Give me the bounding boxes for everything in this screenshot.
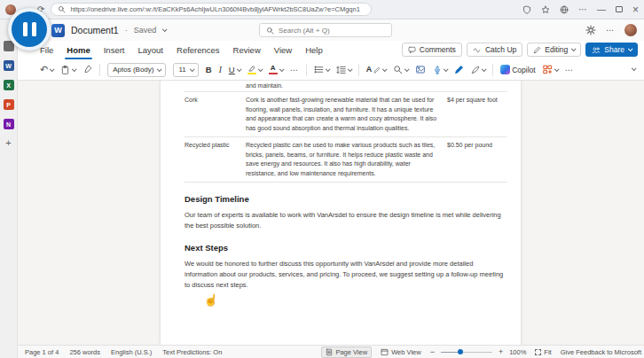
materials-table: Cork Cork is another fast-growing renewa… — [185, 91, 507, 183]
view-controls: Page View Web View − + 100% Fit Give Fee… — [321, 346, 641, 358]
tab-references[interactable]: References — [177, 45, 220, 55]
pause-icon — [23, 22, 27, 36]
material-description: Cork is another fast-growing renewable m… — [246, 96, 447, 133]
copilot-icon — [500, 65, 510, 74]
search-box[interactable]: Search (Alt + Q) — [259, 23, 392, 37]
word-web-app: W Document1 · Saved Search (Alt + Q) ⋯ F… — [18, 19, 644, 358]
style-pen-icon — [373, 66, 381, 74]
more-font-options-button[interactable]: ⋯ — [290, 66, 299, 74]
people-icon — [592, 46, 601, 54]
catch-up-button[interactable]: Catch Up — [467, 43, 522, 57]
document-canvas[interactable]: and maintain. Cork Cork is another fast-… — [18, 81, 644, 345]
section-paragraph: We would be honored to further discuss t… — [185, 259, 507, 291]
header-more-icon[interactable]: ⋯ — [606, 26, 615, 35]
styles-button[interactable]: A — [366, 66, 387, 74]
app-header: W Document1 · Saved Search (Alt + Q) ⋯ — [18, 19, 644, 41]
tab-review[interactable]: Review — [233, 45, 261, 55]
text-predictions-status[interactable]: Text Predictions: On — [162, 348, 222, 356]
paste-button[interactable] — [60, 65, 75, 75]
undo-icon: ↶ — [40, 65, 48, 74]
document-title[interactable]: Document1 — [71, 25, 119, 35]
page-count[interactable]: Page 1 of 4 — [25, 348, 59, 356]
pause-button[interactable] — [8, 8, 51, 51]
fit-icon — [535, 349, 541, 355]
pen-tools-button[interactable] — [471, 66, 485, 74]
highlight-button[interactable] — [247, 65, 262, 75]
word-count[interactable]: 256 words — [69, 348, 100, 356]
table-row[interactable]: Recycled plastic Recycled plastic can be… — [185, 137, 507, 183]
editor-pen-icon — [454, 65, 464, 74]
bullet-list-icon — [314, 65, 324, 74]
tab-file[interactable]: File — [40, 45, 53, 55]
zoom-out-button[interactable]: − — [430, 347, 435, 356]
word-app-icon[interactable]: W — [4, 60, 14, 71]
shield-icon[interactable] — [522, 5, 531, 14]
bold-button[interactable]: B — [206, 65, 212, 74]
font-name-select[interactable]: Aptos (Body) — [107, 63, 166, 77]
word-online-window: ← ⟳ https://onedrive.live.com/:w:/t/EaCK… — [0, 0, 644, 358]
window-close-button[interactable]: × — [632, 4, 639, 15]
status-bar: Page 1 of 4 256 words English (U.S.) Tex… — [18, 345, 644, 358]
editor-button[interactable] — [454, 65, 464, 74]
zoom-level[interactable]: 100% — [509, 348, 526, 356]
zoom-slider-knob[interactable] — [458, 349, 463, 354]
material-name: Cork — [185, 96, 246, 133]
underline-button[interactable]: U — [229, 65, 240, 74]
window-minimize-button[interactable]: — — [597, 5, 606, 14]
editing-mode-button[interactable]: Editing — [527, 43, 581, 57]
language-status[interactable]: English (U.S.) — [111, 348, 152, 356]
material-price: $0.50 per pound — [447, 141, 507, 178]
user-avatar[interactable] — [624, 24, 637, 36]
fit-button[interactable]: Fit — [532, 347, 554, 357]
web-view-button[interactable]: Web View — [378, 347, 424, 357]
section-heading: Design Timeline — [185, 194, 507, 204]
favorites-star-icon[interactable] — [541, 5, 550, 14]
more-commands-button[interactable]: ⋯ — [565, 66, 574, 74]
address-bar[interactable]: https://onedrive.live.com/:w:/t/EaCKkPs6… — [51, 3, 372, 16]
material-name: Recycled plastic — [185, 141, 246, 178]
designer-button[interactable] — [415, 65, 426, 74]
word-logo-icon[interactable]: W — [51, 24, 65, 37]
onenote-app-icon[interactable]: N — [4, 119, 14, 129]
zoom-in-button[interactable]: + — [499, 347, 503, 356]
excel-app-icon[interactable]: X — [4, 80, 14, 90]
bullets-button[interactable] — [314, 65, 329, 74]
material-price: $4 per square foot — [447, 96, 507, 133]
copilot-button[interactable]: Copilot — [500, 65, 535, 74]
add-ins-button[interactable] — [543, 65, 558, 74]
font-size-select[interactable]: 11 — [173, 63, 198, 77]
page-view-button[interactable]: Page View — [321, 346, 372, 358]
comments-button[interactable]: Comments — [402, 43, 462, 57]
window-maximize-button[interactable] — [616, 6, 623, 12]
header-right: ⋯ — [585, 19, 637, 41]
zoom-slider[interactable] — [441, 348, 492, 355]
table-row[interactable]: Cork Cork is another fast-growing renewa… — [185, 92, 507, 137]
catch-up-wave-icon — [473, 46, 482, 54]
add-app-icon[interactable]: + — [5, 138, 11, 148]
tab-layout[interactable]: Layout — [137, 45, 163, 55]
undo-button[interactable]: ↶ — [40, 65, 53, 74]
search-placeholder: Search (Alt + Q) — [279, 27, 330, 35]
tab-view[interactable]: View — [274, 45, 292, 55]
browser-more-icon[interactable]: ⋯ — [578, 5, 587, 14]
tab-insert[interactable]: Insert — [104, 45, 125, 55]
saved-status[interactable]: Saved — [134, 26, 157, 35]
share-button[interactable]: Share — [585, 43, 638, 57]
highlighter-icon — [247, 65, 256, 72]
tab-help[interactable]: Help — [305, 45, 323, 55]
collapse-ribbon-icon[interactable] — [632, 66, 637, 71]
url-text: https://onedrive.live.com/:w:/t/EaCKkPs6… — [70, 5, 359, 13]
find-button[interactable] — [393, 65, 408, 74]
tab-home[interactable]: Home — [67, 45, 90, 55]
browser-essentials-icon[interactable] — [560, 5, 569, 14]
powerpoint-app-icon[interactable]: P — [4, 99, 14, 110]
dictate-button[interactable] — [433, 65, 447, 75]
format-painter-button[interactable] — [82, 65, 92, 74]
line-spacing-icon — [336, 65, 346, 74]
italic-button[interactable]: I — [219, 66, 222, 74]
line-spacing-button[interactable] — [336, 65, 351, 74]
feedback-link[interactable]: Give Feedback to Microsoft — [561, 348, 641, 356]
settings-gear-icon[interactable] — [585, 25, 596, 35]
font-color-button[interactable]: A — [269, 65, 283, 75]
title-chevron-icon[interactable] — [162, 27, 168, 32]
